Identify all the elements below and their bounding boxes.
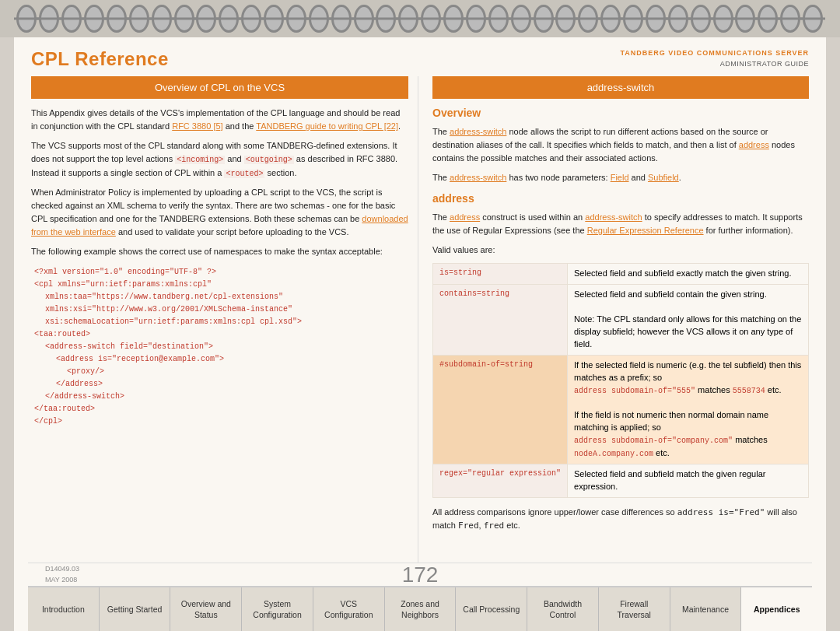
spiral-coil: [331, 5, 352, 33]
spiral-coil: [219, 5, 239, 33]
table-row-highlighted: #subdomain-of=string If the selected fie…: [433, 355, 809, 464]
company-name: TANDBERG VIDEO COMMUNICATIONS SERVER: [620, 48, 809, 59]
nav-tab-appendices[interactable]: Appendices: [741, 587, 812, 631]
table-cell-desc: Selected field and subfield match the gi…: [568, 464, 809, 498]
left-para-2: The VCS supports most of the CPL standar…: [31, 139, 408, 180]
nav-tab-maintenance[interactable]: Maintenance: [670, 587, 742, 631]
address-switch-link-2[interactable]: address-switch: [450, 173, 506, 182]
overview-para-2: The address-switch has two node paramete…: [432, 171, 809, 184]
footer-note: All address comparisons ignore upper/low…: [432, 506, 809, 532]
footer-nav: Introduction Getting Started Overview an…: [28, 586, 812, 631]
spiral-coil: [735, 5, 755, 33]
nav-tab-introduction[interactable]: Introduction: [28, 587, 100, 631]
spiral-coil: [534, 5, 554, 33]
code-line: xmlns:taa="https://www.tandberg.net/cpl-…: [34, 291, 408, 303]
spiral-coil: [376, 5, 396, 33]
spiral-coil: [39, 5, 59, 33]
address-para-1: The address construct is used within an …: [432, 211, 809, 237]
code-line: </address-switch>: [34, 391, 408, 403]
nav-tab-overview-status[interactable]: Overview and Status: [170, 587, 242, 631]
code-line: <proxy/>: [34, 366, 408, 378]
spiral-coil: [623, 5, 643, 33]
nav-tab-bandwidth-control[interactable]: Bandwidth Control: [527, 587, 599, 631]
table-row: regex="regular expression" Selected fiel…: [433, 464, 809, 498]
spiral-coil: [511, 5, 531, 33]
right-section-header: address-switch: [432, 76, 809, 99]
spiral-coil: [309, 5, 329, 33]
code-line: <cpl xmlns="urn:ietf:params:xmlns:cpl": [34, 279, 408, 291]
content-area: Overview of CPL on the VCS This Appendix…: [14, 76, 826, 631]
nav-tab-firewall-traversal[interactable]: Firewall Traversal: [599, 587, 670, 631]
regex-ref-link[interactable]: Regular Expression Reference: [587, 226, 704, 235]
book-header: CPL Reference TANDBERG VIDEO COMMUNICATI…: [14, 37, 826, 76]
table-cell-desc: Selected field and subfield contain the …: [568, 285, 809, 356]
code-line: <taa:routed>: [34, 328, 408, 341]
spiral-binding: [0, 0, 840, 37]
right-panel: address-switch Overview The address-swit…: [418, 76, 826, 631]
table-cell-code: regex="regular expression": [433, 464, 568, 498]
spiral-coil: [354, 5, 374, 33]
guide-type: ADMINISTRATOR GUIDE: [620, 59, 809, 70]
valid-values-label: Valid values are:: [432, 244, 809, 257]
table-cell-desc: Selected field and subfield exactly matc…: [568, 264, 809, 285]
subfield-link[interactable]: Subfield: [648, 173, 679, 182]
table-cell-code: is=string: [433, 264, 568, 285]
spiral-coil: [466, 5, 486, 33]
address-link-1[interactable]: address: [739, 140, 769, 149]
code-line: </cpl>: [34, 415, 408, 428]
spiral-coil: [421, 5, 441, 33]
address-switch-link-3[interactable]: address-switch: [585, 212, 642, 222]
nav-tab-call-processing[interactable]: Call Processing: [456, 587, 527, 631]
spiral-coil: [758, 5, 778, 33]
table-cell-desc: If the selected field is numeric (e.g. t…: [568, 355, 809, 464]
address-title: address: [432, 192, 809, 205]
spiral-coil: [398, 5, 418, 33]
left-para-4: The following example shows the correct …: [31, 245, 408, 258]
spiral-coil: [196, 5, 216, 33]
values-table: is=string Selected field and subfield ex…: [432, 263, 809, 498]
nav-tab-getting-started[interactable]: Getting Started: [100, 587, 171, 631]
spiral-coil: [578, 5, 598, 33]
spiral-coil: [152, 5, 172, 33]
spiral-coil: [803, 5, 823, 33]
tandberg-guide-link[interactable]: TANDBERG guide to writing CPL [22]: [256, 121, 398, 131]
left-section-header: Overview of CPL on the VCS: [31, 76, 408, 99]
spiral-coil: [668, 5, 688, 33]
company-plain: TANDBERG: [620, 49, 665, 57]
address-construct-link[interactable]: address: [450, 212, 480, 222]
spiral-coil: [691, 5, 711, 33]
spiral-coil: [129, 5, 149, 33]
spiral-coil: [646, 5, 666, 33]
code-line: <address is="reception@example.com">: [34, 353, 408, 366]
spiral-coil: [84, 5, 104, 33]
table-row: is=string Selected field and subfield ex…: [433, 264, 809, 285]
nav-tab-zones-neighbors[interactable]: Zones and Neighbors: [385, 587, 457, 631]
book-title: CPL Reference: [31, 48, 169, 70]
left-para-1: This Appendix gives details of the VCS's…: [31, 107, 408, 133]
code-line: <address-switch field="destination">: [34, 341, 408, 353]
book-subtitle: TANDBERG VIDEO COMMUNICATIONS SERVER ADM…: [620, 48, 809, 69]
spiral-coil: [488, 5, 509, 33]
download-link[interactable]: downloaded from the web interface: [31, 214, 408, 237]
table-cell-code: #subdomain-of=string: [433, 355, 568, 464]
nav-tab-system-config[interactable]: System Configuration: [242, 587, 313, 631]
page-number: 172: [402, 563, 439, 587]
code-line: </taa:routed>: [34, 403, 408, 415]
spiral-coil: [600, 5, 621, 33]
spiral-coil: [555, 5, 576, 33]
company-colored: VIDEO COMMUNICATIONS SERVER: [668, 49, 809, 57]
address-switch-link-1[interactable]: address-switch: [450, 127, 506, 136]
left-para-3: When Administrator Policy is implemented…: [31, 186, 408, 239]
rfc-link[interactable]: RFC 3880 [5]: [172, 121, 222, 131]
code-line: xmlns:xsi="http://www.w3.org/2001/XMLSch…: [34, 303, 408, 316]
table-cell-code: contains=string: [433, 285, 568, 356]
code-line: <?xml version="1.0" encoding="UTF-8" ?>: [34, 266, 408, 279]
spiral-coil: [174, 5, 194, 33]
field-link[interactable]: Field: [611, 173, 629, 182]
nav-tab-vcs-config[interactable]: VCS Configuration: [313, 587, 385, 631]
overview-title: Overview: [432, 107, 809, 119]
book-container: CPL Reference TANDBERG VIDEO COMMUNICATI…: [14, 37, 826, 631]
spiral-coil: [780, 5, 800, 33]
code-block: <?xml version="1.0" encoding="UTF-8" ?> …: [31, 266, 408, 428]
table-row: contains=string Selected field and subfi…: [433, 285, 809, 356]
